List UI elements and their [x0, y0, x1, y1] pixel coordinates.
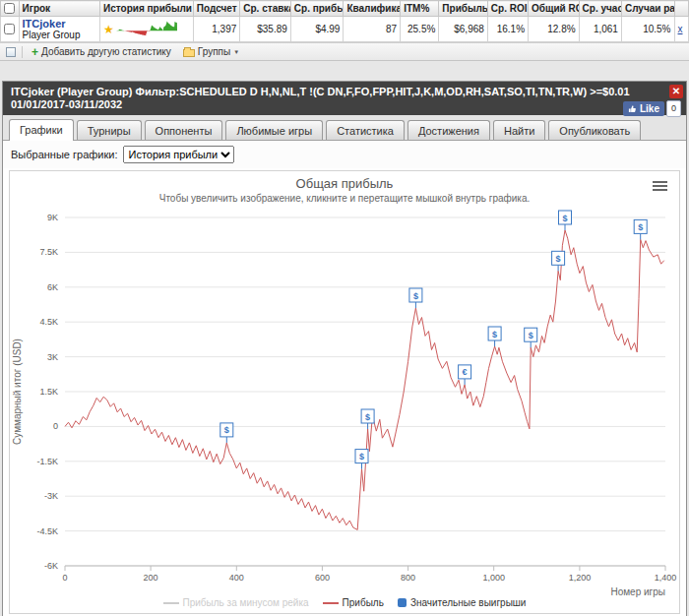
column-header-9[interactable]: Общий ROI — [529, 1, 580, 17]
stat-value-2: $4.99 — [290, 17, 344, 42]
player-stats-row: ITCjokerPlayer Group★1,397$35.89$4.99872… — [1, 17, 689, 42]
column-header-2[interactable]: Подсчет — [193, 1, 239, 17]
chart-plot-area[interactable]: -6K-4.5K-3K-1.5K01.5K3K4.5K6K7.5K9K02004… — [10, 204, 677, 601]
chart-select-label: Выбранные графики: — [11, 149, 117, 160]
column-header-6[interactable]: ITM% — [401, 1, 439, 17]
significant-win-flag[interactable]: $ — [355, 450, 368, 469]
x-axis-title: Номер игры — [610, 586, 665, 597]
panel-title-line2: 01/01/2017-03/11/2032 — [11, 98, 643, 111]
close-icon[interactable]: ✕ — [669, 85, 683, 98]
panel-title-line1: ITCjoker (Player Group) Фильтр:SCHEDULED… — [11, 86, 643, 98]
tab-6[interactable]: Найти — [493, 120, 545, 140]
legend-line-swatch — [323, 602, 339, 604]
y-tick-label: 7.5K — [39, 247, 58, 257]
remove-row-link[interactable]: x — [678, 24, 683, 34]
significant-win-flag[interactable]: $ — [488, 327, 501, 346]
y-tick-label: 9K — [47, 213, 58, 222]
legend-item-0[interactable]: Прибыль за минусом рейка — [163, 597, 309, 608]
stat-value-1: $35.89 — [240, 17, 291, 42]
column-header-4[interactable]: Ср. прибыль — [290, 1, 344, 17]
plus-icon: + — [31, 47, 38, 57]
like-button[interactable]: Like — [623, 101, 664, 116]
svg-text:$: $ — [492, 330, 497, 339]
significant-win-flag[interactable]: $ — [559, 211, 572, 230]
stats-header-row: ИгрокИстория прибылиПодсчетСр. ставкаСр.… — [1, 1, 689, 17]
x-tick-label: 1,400 — [655, 573, 677, 583]
y-tick-label: -6K — [44, 561, 58, 571]
y-tick-label: 6K — [47, 282, 58, 292]
legend-line-swatch — [163, 602, 179, 604]
legend-label: Значительные выигрыши — [410, 597, 527, 608]
svg-text:$: $ — [365, 412, 370, 422]
profit-sparkline[interactable] — [116, 21, 177, 37]
favorite-star-icon[interactable]: ★ — [103, 23, 114, 36]
tab-4[interactable]: Статистика — [326, 120, 405, 140]
panel-header: ITCjoker (Player Group) Фильтр:SCHEDULED… — [3, 82, 686, 115]
tab-0[interactable]: Графики — [9, 119, 74, 141]
facebook-like-widget: Like 0 — [623, 100, 681, 117]
stat-value-6: 16.1% — [487, 17, 528, 42]
folder-icon — [183, 49, 195, 57]
column-header-11[interactable]: Случаи ранн — [621, 1, 674, 17]
tab-7[interactable]: Опубликовать — [548, 120, 641, 140]
y-tick-label: 3K — [47, 352, 58, 362]
significant-win-flag[interactable]: $ — [525, 328, 537, 347]
x-tick-label: 600 — [315, 573, 330, 583]
legend-label: Прибыль — [343, 597, 384, 608]
column-header-8[interactable]: Ср. ROI — [487, 1, 528, 17]
profit-line-series — [65, 230, 664, 529]
significant-win-flag[interactable]: $ — [409, 288, 422, 308]
tab-2[interactable]: Оппоненты — [145, 120, 223, 140]
y-axis-title: Суммарный итог (USD) — [12, 339, 23, 445]
y-tick-label: -4.5K — [36, 526, 58, 536]
significant-win-flag[interactable]: $ — [220, 423, 233, 443]
player-name-link[interactable]: ITCjoker — [23, 18, 96, 30]
significant-win-flag[interactable]: $ — [552, 251, 565, 271]
x-tick-label: 1,200 — [569, 573, 592, 583]
profit-history-cell: ★ — [100, 17, 194, 42]
player-stats-table: ИгрокИстория прибылиПодсчетСр. ставкаСр.… — [0, 0, 689, 42]
sparkline-positive-area — [116, 22, 177, 31]
column-header-3[interactable]: Ср. ставка — [240, 1, 291, 17]
column-header-1[interactable]: История прибыли — [100, 1, 194, 17]
add-statistic-button[interactable]: + Добавить другую статистику — [29, 45, 174, 58]
stat-value-8: 1,061 — [579, 17, 621, 42]
player-row-checkbox[interactable] — [4, 24, 15, 34]
window-icon[interactable] — [6, 47, 16, 57]
column-header-7[interactable]: Прибыль — [439, 1, 487, 17]
column-header-5[interactable]: Квалификац — [344, 1, 401, 17]
tab-5[interactable]: Достижения — [407, 120, 490, 140]
column-header-10[interactable]: Ср. учас — [579, 1, 621, 17]
like-count: 0 — [666, 100, 681, 117]
chart-menu-icon[interactable] — [653, 179, 667, 193]
x-tick-label: 800 — [401, 573, 415, 583]
panel-tabs: ГрафикиТурнирыОппонентыЛюбимые игрыСтати… — [3, 115, 686, 141]
legend-item-1[interactable]: Прибыль — [323, 597, 384, 608]
player-group-label: Player Group — [23, 30, 96, 40]
profit-chart: Общая прибыль Чтобы увеличить изображени… — [9, 170, 680, 614]
svg-text:€: € — [463, 367, 468, 377]
groups-button[interactable]: Группы ▼ — [180, 45, 242, 58]
significant-win-flag[interactable]: $ — [634, 219, 647, 239]
x-tick-label: 0 — [62, 573, 67, 583]
chart-select-dropdown[interactable]: История прибыли — [123, 146, 234, 163]
svg-text:$: $ — [224, 425, 229, 435]
chevron-down-icon: ▼ — [233, 49, 239, 55]
stat-value-9: 10.5% — [621, 17, 674, 42]
svg-text:$: $ — [529, 331, 533, 340]
stat-value-5: $6,968 — [439, 17, 487, 42]
stat-value-3: 87 — [344, 17, 401, 42]
tab-3[interactable]: Любимые игры — [225, 120, 323, 140]
legend-item-flags[interactable]: Значительные выигрыши — [398, 597, 527, 608]
y-tick-label: 4.5K — [39, 317, 58, 327]
chart-subtitle: Чтобы увеличить изображение, кликните и … — [10, 193, 679, 204]
tab-1[interactable]: Турниры — [77, 120, 142, 140]
remove-cell: x — [674, 17, 688, 42]
player-detail-panel: ITCjoker (Player Group) Фильтр:SCHEDULED… — [2, 81, 687, 616]
column-header-0[interactable]: Игрок — [19, 1, 99, 17]
x-tick-label: 200 — [144, 573, 158, 583]
y-tick-label: 1.5K — [39, 387, 58, 397]
y-tick-label: -1.5K — [36, 457, 58, 466]
significant-win-flag[interactable]: € — [459, 365, 471, 385]
select-all-checkbox[interactable] — [4, 3, 15, 14]
